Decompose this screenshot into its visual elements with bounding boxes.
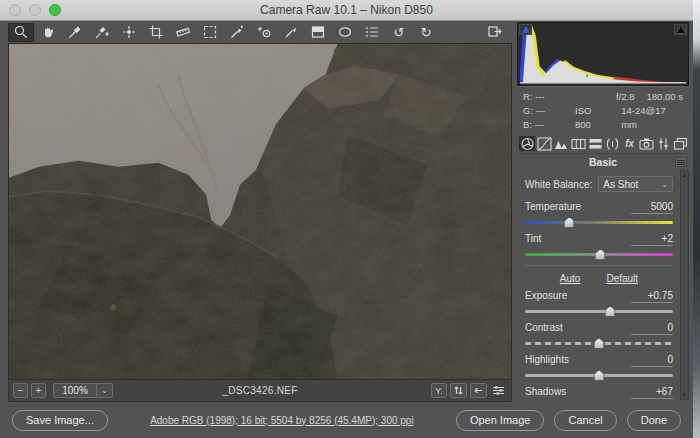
slider-value[interactable]: +2 — [631, 233, 673, 246]
slider-label: Highlights — [525, 354, 569, 365]
shadow-clipping-indicator[interactable] — [519, 24, 532, 35]
photo-mountain-snow — [9, 44, 511, 379]
shadow-clipping-triangle-icon — [522, 26, 530, 33]
action-buttons: Open Image Cancel Done — [456, 410, 681, 431]
panel-menu-icon[interactable] — [675, 157, 687, 167]
white-balance-row: White Balance: As Shot ⌄ — [525, 176, 673, 192]
histogram[interactable] — [517, 22, 689, 86]
highlight-clipping-triangle-icon — [677, 26, 685, 33]
targeted-adjustment-tool-icon[interactable] — [116, 23, 142, 42]
exposure-slider: Exposure+0.75 — [525, 290, 673, 318]
slider-value[interactable]: +0.75 — [631, 290, 673, 303]
white-balance-select[interactable]: As Shot ⌄ — [598, 176, 673, 192]
r-value: R: --- — [523, 90, 575, 104]
desktop-background — [693, 0, 700, 438]
tab-basic[interactable] — [519, 136, 535, 151]
bottom-bar: Save Image... Adobe RGB (1998); 16 bit; … — [0, 402, 693, 438]
tint-slider: Tint+2 — [525, 233, 673, 261]
toggle-fullscreen-icon[interactable] — [482, 23, 508, 42]
lens-value: 14-24@17 mm — [621, 104, 683, 132]
image-preview[interactable] — [8, 43, 512, 380]
tab-snapshots[interactable] — [673, 136, 689, 151]
slider-label: Tint — [525, 233, 541, 244]
highlights-slider: Highlights0 — [525, 354, 673, 382]
panel-title-bar: Basic — [517, 154, 689, 170]
slider-value[interactable]: 5000 — [631, 201, 673, 214]
tab-effects[interactable]: fx — [622, 136, 638, 151]
save-image-button[interactable]: Save Image... — [12, 410, 108, 431]
camera-raw-window: Camera Raw 10.1 – Nikon D850 — [0, 0, 693, 438]
open-image-button[interactable]: Open Image — [456, 410, 545, 431]
zoom-tool-icon[interactable] — [8, 23, 34, 42]
tab-split-toning[interactable] — [587, 136, 603, 151]
preview-preferences-icon[interactable] — [490, 383, 507, 398]
exif-readout: R: --- G: --- B: --- f/2.8 180.00 s ISO … — [517, 86, 689, 133]
swap-before-after-button[interactable] — [450, 383, 467, 398]
preferences-icon[interactable] — [359, 23, 385, 42]
histogram-plot — [518, 23, 688, 85]
tab-hsl-grayscale[interactable] — [570, 136, 586, 151]
straighten-tool-icon[interactable] — [170, 23, 196, 42]
slider-thumb[interactable] — [564, 217, 575, 228]
copy-settings-button[interactable] — [470, 383, 487, 398]
hand-tool-icon[interactable] — [35, 23, 61, 42]
white-balance-label: White Balance: — [525, 179, 592, 190]
main-content: ↺ ↻ — [0, 21, 693, 402]
preview-column: ↺ ↻ — [0, 21, 512, 402]
crop-tool-icon[interactable] — [143, 23, 169, 42]
slider-value[interactable]: 0 — [631, 322, 673, 335]
toolbar: ↺ ↻ — [8, 21, 512, 43]
color-sampler-tool-icon[interactable] — [89, 23, 115, 42]
auto-link[interactable]: Auto — [560, 273, 581, 284]
capture-settings: f/2.8 180.00 s ISO 800 14-24@17 mm — [575, 90, 687, 131]
scroll-down-icon[interactable]: ▼ — [682, 391, 688, 399]
red-eye-tool-icon[interactable] — [251, 23, 277, 42]
rotate-right-icon[interactable]: ↻ — [413, 23, 439, 42]
rotate-left-icon[interactable]: ↺ — [386, 23, 412, 42]
panel-title: Basic — [589, 156, 617, 168]
tab-presets[interactable] — [656, 136, 672, 151]
g-value: G: --- — [523, 104, 575, 118]
adjustment-brush-tool-icon[interactable] — [278, 23, 304, 42]
rgb-values: R: --- G: --- B: --- — [523, 90, 575, 131]
slider-value[interactable]: +67 — [631, 386, 673, 399]
tab-tone-curve[interactable] — [536, 136, 552, 151]
slider-track[interactable] — [525, 310, 673, 313]
tab-camera-calibration[interactable] — [639, 136, 655, 151]
default-link[interactable]: Default — [606, 273, 638, 284]
radial-filter-tool-icon[interactable] — [332, 23, 358, 42]
before-after-controls: Y. — [431, 383, 507, 398]
before-after-cycle-button[interactable]: Y. — [431, 383, 447, 398]
basic-panel-body: ▲ ▼ White Balance: As Shot ⌄ Temperature… — [517, 170, 689, 402]
section-divider — [525, 265, 673, 266]
cancel-button[interactable]: Cancel — [554, 410, 616, 431]
transform-tool-icon[interactable] — [197, 23, 223, 42]
workflow-options-link[interactable]: Adobe RGB (1998); 16 bit; 5504 by 8256 (… — [116, 415, 448, 426]
tab-detail[interactable] — [553, 136, 569, 151]
highlight-clipping-indicator[interactable] — [674, 24, 687, 35]
done-button[interactable]: Done — [627, 410, 681, 431]
slider-thumb[interactable] — [595, 249, 606, 260]
adjustments-panel: R: --- G: --- B: --- f/2.8 180.00 s ISO … — [512, 21, 693, 402]
slider-thumb[interactable] — [594, 370, 605, 381]
chevron-down-icon: ⌄ — [661, 180, 668, 189]
preview-status-strip: − + 100% ⌄ _DSC3426.NEF Y. — [8, 380, 512, 402]
slider-label: Temperature — [525, 201, 581, 212]
screen: Camera Raw 10.1 – Nikon D850 — [0, 0, 700, 438]
white-balance-tool-icon[interactable] — [62, 23, 88, 42]
tab-lens-corrections[interactable] — [604, 136, 620, 151]
b-value: B: --- — [523, 118, 575, 132]
graduated-filter-tool-icon[interactable] — [305, 23, 331, 42]
scroll-up-icon[interactable]: ▲ — [682, 171, 688, 179]
panel-scrollbar[interactable]: ▲ ▼ — [680, 170, 689, 400]
slider-thumb[interactable] — [594, 338, 605, 349]
iso-value: ISO 800 — [575, 104, 609, 132]
spot-removal-tool-icon[interactable] — [224, 23, 250, 42]
contrast-slider: Contrast0 — [525, 322, 673, 350]
slider-track[interactable] — [525, 221, 673, 224]
slider-thumb[interactable] — [605, 306, 616, 317]
slider-value[interactable]: 0 — [631, 354, 673, 367]
panel-tabs: fx — [517, 133, 689, 154]
slider-label: Contrast — [525, 322, 563, 333]
titlebar[interactable]: Camera Raw 10.1 – Nikon D850 — [0, 0, 693, 21]
